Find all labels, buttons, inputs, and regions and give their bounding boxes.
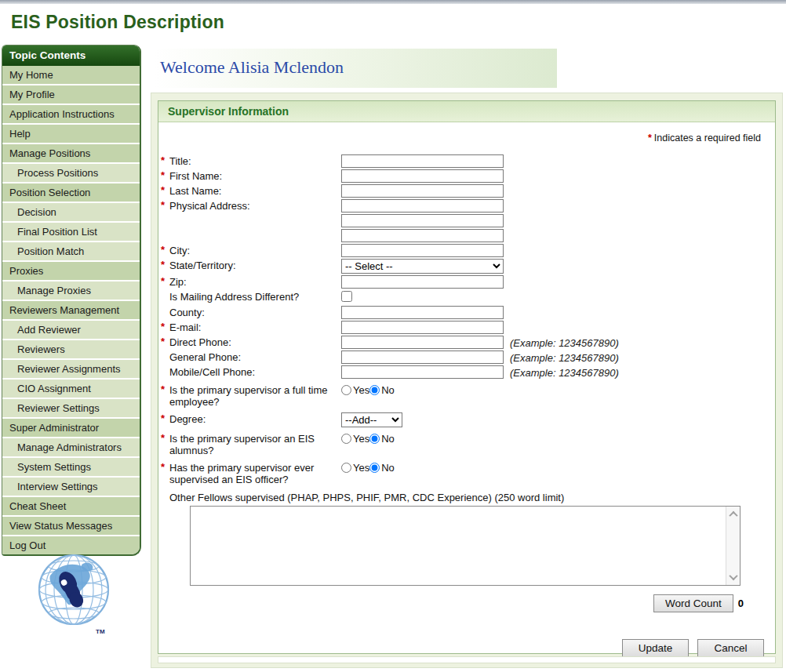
mobile-phone-label: Mobile/Cell Phone: xyxy=(169,365,341,378)
email-label: E-mail: xyxy=(169,321,341,333)
state-label: State/Territory: xyxy=(169,259,341,271)
supervised-officer-radio-group: Yes No xyxy=(341,461,395,474)
sidebar-item-application-instructions[interactable]: Application Instructions xyxy=(2,105,140,125)
general-phone-row: General Phone: (Example: 1234567890) xyxy=(161,351,775,364)
required-asterisk: * xyxy=(161,383,169,395)
no-label: No xyxy=(381,384,395,396)
physical-address-line2-input[interactable] xyxy=(341,214,504,227)
required-asterisk: * xyxy=(161,336,169,347)
mailing-different-row: Is Mailing Address Different? xyxy=(161,290,775,304)
top-divider-bar xyxy=(0,0,786,4)
county-input[interactable] xyxy=(341,306,504,319)
physical-address-line3-row xyxy=(161,229,775,242)
textarea-scrollbar[interactable] xyxy=(726,507,740,585)
sidebar-item-view-status-messages[interactable]: View Status Messages xyxy=(2,517,140,536)
required-asterisk: * xyxy=(161,244,169,256)
physical-address-line3-input[interactable] xyxy=(341,229,504,242)
word-count-button[interactable]: Word Count xyxy=(653,594,733,612)
fulltime-yes-radio[interactable] xyxy=(341,385,351,395)
scroll-up-icon[interactable] xyxy=(729,511,737,520)
sidebar-item-cio-assignment[interactable]: CIO Assignment xyxy=(2,380,140,399)
welcome-banner: Welcome Alisia Mclendon xyxy=(154,49,557,88)
mailing-different-checkbox[interactable] xyxy=(341,291,352,302)
required-asterisk: * xyxy=(161,259,169,271)
supervisor-form: * Title: * First Name: * Last Name: * Ph xyxy=(158,122,775,657)
zip-input[interactable] xyxy=(341,275,504,289)
alumnus-label: Is the primary supervisor an EIS alumnus… xyxy=(169,432,341,456)
sidebar-item-help[interactable]: Help xyxy=(2,125,140,144)
panel-title: Supervisor Information xyxy=(158,101,775,122)
sidebar-item-decision[interactable]: Decision xyxy=(2,203,140,223)
sidebar-item-position-selection[interactable]: Position Selection xyxy=(2,183,140,203)
sidebar-item-reviewers[interactable]: Reviewers xyxy=(2,340,140,360)
state-select[interactable]: -- Select -- xyxy=(341,259,504,274)
sidebar-item-interview-settings[interactable]: Interview Settings xyxy=(2,478,140,497)
sidebar-item-process-positions[interactable]: Process Positions xyxy=(2,164,140,183)
county-label: County: xyxy=(169,306,341,318)
other-fellows-label: Other Fellows supervised (PHAP, PHPS, PH… xyxy=(161,492,775,503)
physical-address-label: Physical Address: xyxy=(169,199,341,212)
email-input[interactable] xyxy=(341,321,504,334)
sidebar: Topic Contents My Home My Profile Applic… xyxy=(2,45,141,556)
required-asterisk: * xyxy=(161,412,169,424)
direct-phone-row: * Direct Phone: (Example: 1234567890) xyxy=(161,336,775,349)
general-phone-input[interactable] xyxy=(341,351,504,364)
required-asterisk: * xyxy=(161,184,169,196)
city-label: City: xyxy=(169,244,341,256)
cancel-button[interactable]: Cancel xyxy=(697,639,764,657)
sidebar-item-manage-administrators[interactable]: Manage Administrators xyxy=(2,438,140,458)
sidebar-item-reviewers-management[interactable]: Reviewers Management xyxy=(2,301,140,321)
supervised-officer-yes-radio[interactable] xyxy=(341,463,351,473)
sidebar-item-proxies[interactable]: Proxies xyxy=(2,262,140,282)
state-row: * State/Territory: -- Select -- xyxy=(161,259,775,274)
last-name-input[interactable] xyxy=(341,184,504,198)
page-title: EIS Position Description xyxy=(11,12,224,33)
sidebar-item-reviewer-settings[interactable]: Reviewer Settings xyxy=(2,399,140,419)
alumnus-no-radio[interactable] xyxy=(369,434,380,444)
required-field-note: *Indicates a required field xyxy=(648,133,761,143)
mailing-different-label: Is Mailing Address Different? xyxy=(169,290,341,303)
city-input[interactable] xyxy=(341,244,504,257)
sidebar-item-reviewer-assignments[interactable]: Reviewer Assignments xyxy=(2,360,140,380)
required-asterisk: * xyxy=(161,432,169,444)
required-asterisk: * xyxy=(161,169,169,181)
direct-phone-input[interactable] xyxy=(341,336,504,349)
supervised-officer-no-radio[interactable] xyxy=(369,463,380,473)
zip-label: Zip: xyxy=(169,275,341,288)
sidebar-item-manage-proxies[interactable]: Manage Proxies xyxy=(2,282,140,301)
required-asterisk: * xyxy=(161,154,169,166)
other-fellows-textarea-wrap xyxy=(190,506,741,586)
degree-select[interactable]: --Add-- xyxy=(341,412,402,427)
degree-row: * Degree: --Add-- xyxy=(161,412,775,427)
scroll-down-icon[interactable] xyxy=(729,572,737,580)
alumnus-yes-radio[interactable] xyxy=(341,434,351,444)
sidebar-item-add-reviewer[interactable]: Add Reviewer xyxy=(2,321,140,340)
update-button[interactable]: Update xyxy=(622,639,689,657)
other-fellows-textarea[interactable] xyxy=(191,507,740,585)
mobile-phone-example: (Example: 1234567890) xyxy=(510,365,619,379)
title-input[interactable] xyxy=(341,154,504,168)
required-asterisk: * xyxy=(161,461,169,473)
logo-tm-mark: TM xyxy=(96,628,105,635)
sidebar-item-system-settings[interactable]: System Settings xyxy=(2,458,140,478)
mobile-phone-input[interactable] xyxy=(341,365,504,379)
sidebar-item-final-position-list[interactable]: Final Position List xyxy=(2,223,140,242)
last-name-label: Last Name: xyxy=(169,184,341,197)
sidebar-item-my-profile[interactable]: My Profile xyxy=(2,85,140,105)
no-label: No xyxy=(381,433,395,445)
first-name-input[interactable] xyxy=(341,169,504,183)
direct-phone-example: (Example: 1234567890) xyxy=(510,336,619,349)
main-content-container: Supervisor Information *Indicates a requ… xyxy=(151,93,783,668)
sidebar-item-manage-positions[interactable]: Manage Positions xyxy=(2,144,140,164)
required-asterisk: * xyxy=(161,199,169,211)
fulltime-row: * Is the primary supervisor a full time … xyxy=(161,383,775,408)
sidebar-item-super-administrator[interactable]: Super Administrator xyxy=(2,419,140,438)
physical-address-line1-input[interactable] xyxy=(341,199,504,212)
sidebar-item-cheat-sheet[interactable]: Cheat Sheet xyxy=(2,497,140,517)
sidebar-item-position-match[interactable]: Position Match xyxy=(2,242,140,262)
supervised-officer-label: Has the primary supervisor ever supervis… xyxy=(169,461,341,485)
fulltime-no-radio[interactable] xyxy=(369,385,380,395)
sidebar-item-my-home[interactable]: My Home xyxy=(2,66,140,85)
no-label: No xyxy=(381,462,395,474)
sidebar-header: Topic Contents xyxy=(2,45,140,66)
